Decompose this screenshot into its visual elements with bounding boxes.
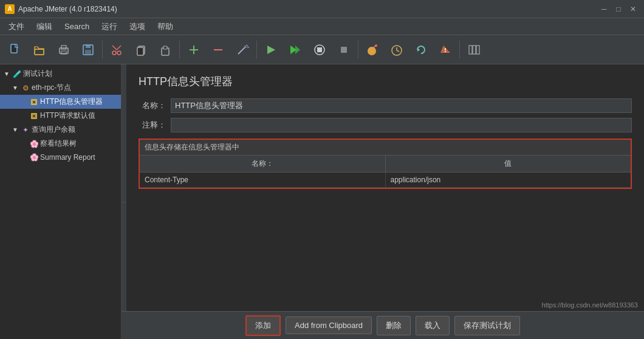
- svg-line-34: [397, 50, 399, 52]
- separator-2: [179, 41, 180, 59]
- timer-button[interactable]: [385, 38, 408, 61]
- icon-test-plan: 🧪: [12, 69, 22, 79]
- save-button[interactable]: [77, 38, 100, 61]
- td-name: Content-Type: [140, 173, 386, 187]
- menu-file[interactable]: 文件: [2, 19, 30, 35]
- menu-help[interactable]: 帮助: [151, 19, 179, 35]
- svg-line-19: [238, 47, 245, 54]
- add-clipboard-button[interactable]: Add from Clipboard: [286, 317, 372, 334]
- arrow-http-default: [19, 112, 28, 120]
- close-button[interactable]: ✕: [627, 3, 639, 15]
- play-button[interactable]: [259, 38, 283, 61]
- sidebar-item-test-plan[interactable]: ▼ 🧪 测试计划: [0, 67, 121, 81]
- shutdown-button[interactable]: [332, 38, 355, 61]
- svg-rect-39: [469, 46, 472, 54]
- bottom-bar: 添加 Add from Clipboard 删除 载入 保存测试计划: [122, 311, 644, 339]
- svg-point-31: [375, 44, 377, 47]
- name-input[interactable]: [171, 98, 632, 113]
- sidebar-item-result-tree[interactable]: 🌸 察看结果树: [0, 137, 121, 151]
- sidebar-item-query-user[interactable]: ▼ ✦ 查询用户余额: [0, 123, 121, 137]
- arrow-http-header: [19, 98, 28, 106]
- svg-rect-3: [61, 46, 66, 49]
- panel-title: HTTP信息头管理器: [139, 74, 632, 89]
- resize-handle[interactable]: ···: [122, 64, 126, 339]
- content-area: HTTP信息头管理器 名称： 注释： 信息头存储在信息头管理器中 名称： 值 C…: [126, 64, 644, 339]
- cut-button[interactable]: [105, 38, 128, 61]
- svg-rect-0: [11, 44, 17, 53]
- load-button[interactable]: 载入: [416, 316, 450, 335]
- icon-http-header: [29, 97, 39, 107]
- label-summary-report: Summary Report: [40, 153, 95, 162]
- clear-all-button[interactable]: [434, 38, 457, 61]
- delete-button[interactable]: 删除: [377, 316, 411, 335]
- label-http-header: HTTP信息头管理器: [40, 97, 103, 107]
- menu-search[interactable]: Search: [58, 19, 95, 33]
- comment-label: 注释：: [139, 120, 166, 131]
- menu-run[interactable]: 运行: [95, 19, 123, 35]
- arrow-result-tree: [19, 140, 28, 148]
- app-icon: A: [5, 4, 15, 14]
- label-query-user: 查询用户余额: [32, 125, 75, 135]
- print-button[interactable]: [52, 38, 75, 61]
- columns-button[interactable]: [462, 38, 485, 61]
- menu-bar: 文件 编辑 Search 运行 选项 帮助: [0, 18, 644, 35]
- svg-line-21: [246, 45, 248, 46]
- separator-4: [358, 41, 358, 59]
- svg-rect-28: [341, 47, 347, 53]
- arrow-test-plan: ▼: [2, 70, 11, 78]
- icon-eth-rpc: ⚙: [21, 83, 30, 93]
- remove-element-button[interactable]: [207, 38, 230, 61]
- th-value: 值: [386, 156, 631, 172]
- label-eth-rpc: eth-rpc-节点: [32, 83, 71, 93]
- maximize-button[interactable]: □: [612, 3, 625, 15]
- sidebar: ▼ 🧪 测试计划 ▼ ⚙ eth-rpc-节点 HTTP信息头管理器 HTTP请…: [0, 64, 122, 339]
- table-section-header: 信息头存储在信息头管理器中: [140, 140, 631, 156]
- svg-point-9: [117, 51, 121, 55]
- cycle-button[interactable]: [409, 38, 433, 61]
- label-http-default: HTTP请求默认值: [40, 111, 95, 121]
- separator-5: [459, 41, 460, 59]
- svg-marker-23: [267, 46, 275, 54]
- wand-button[interactable]: [231, 38, 254, 61]
- copy-button[interactable]: [129, 38, 152, 61]
- td-value: application/json: [386, 173, 631, 187]
- svg-rect-1: [35, 49, 44, 55]
- open-button[interactable]: [28, 38, 51, 61]
- svg-point-29: [368, 47, 376, 55]
- svg-marker-25: [295, 46, 300, 54]
- label-test-plan: 测试计划: [23, 69, 52, 79]
- sidebar-item-eth-rpc[interactable]: ▼ ⚙ eth-rpc-节点: [0, 81, 121, 95]
- paste-button[interactable]: [154, 38, 177, 61]
- svg-rect-41: [476, 46, 479, 54]
- th-name: 名称：: [140, 156, 386, 172]
- icon-result-tree: 🌸: [29, 139, 39, 149]
- icon-query-user: ✦: [21, 125, 30, 135]
- menu-edit[interactable]: 编辑: [30, 19, 58, 35]
- name-label: 名称：: [139, 100, 166, 111]
- minimize-button[interactable]: ─: [598, 3, 610, 15]
- comment-input[interactable]: [171, 118, 632, 132]
- add-element-button[interactable]: [182, 38, 205, 61]
- table-row[interactable]: Content-Type application/json: [140, 173, 631, 188]
- svg-line-11: [117, 46, 121, 50]
- svg-rect-6: [86, 45, 91, 48]
- svg-rect-15: [163, 46, 167, 49]
- save-plan-button[interactable]: 保存测试计划: [454, 316, 520, 335]
- sidebar-item-http-header[interactable]: HTTP信息头管理器: [0, 95, 121, 109]
- arrow-query-user: ▼: [11, 126, 19, 134]
- bomb-button[interactable]: [361, 38, 384, 61]
- icon-http-default: [29, 111, 39, 121]
- menu-options[interactable]: 选项: [123, 19, 151, 35]
- svg-marker-35: [417, 48, 420, 52]
- svg-rect-7: [85, 50, 91, 54]
- sidebar-item-summary-report[interactable]: 🌸 Summary Report: [0, 151, 121, 164]
- new-button[interactable]: [4, 38, 27, 61]
- sidebar-item-http-default[interactable]: HTTP请求默认值: [0, 109, 121, 123]
- stop-button[interactable]: [308, 38, 331, 61]
- svg-rect-13: [137, 47, 143, 55]
- add-button[interactable]: 添加: [245, 315, 281, 336]
- main-layout: ▼ 🧪 测试计划 ▼ ⚙ eth-rpc-节点 HTTP信息头管理器 HTTP请…: [0, 64, 644, 339]
- play-no-pause-button[interactable]: [284, 38, 307, 61]
- toolbar: [0, 35, 644, 64]
- separator-3: [256, 41, 257, 59]
